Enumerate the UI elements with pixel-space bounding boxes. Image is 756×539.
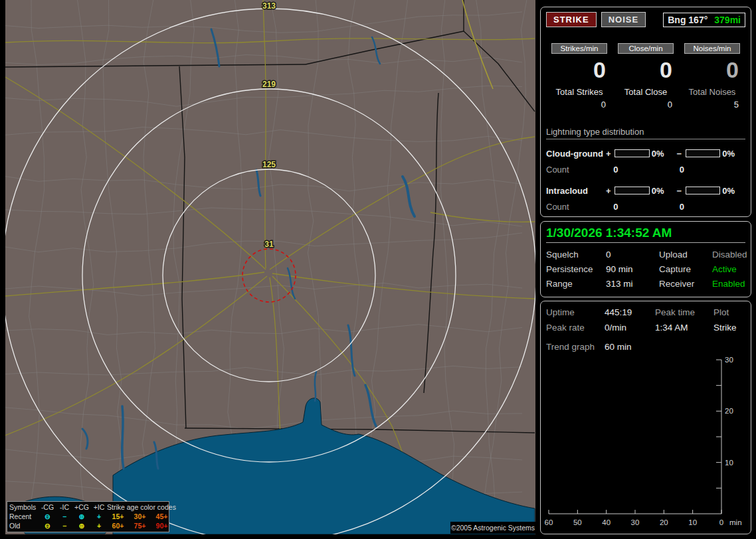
app-window: 313 219 125 31 Symbols-CG-IC+CG+ICStrike… bbox=[0, 0, 756, 539]
bearing-label: Bng 167° bbox=[668, 15, 708, 25]
svg-text:50: 50 bbox=[573, 518, 582, 526]
age-15: 15+ bbox=[107, 512, 129, 521]
noises-column: Noises/min 0 Total Noises 5 bbox=[679, 43, 745, 110]
range-label: Range bbox=[546, 279, 606, 289]
intracloud-minus-pct: 0% bbox=[722, 186, 745, 196]
persistence-label: Persistence bbox=[546, 264, 606, 274]
receiver-status: Enabled bbox=[712, 279, 747, 289]
legend-col-pos-ic: +IC bbox=[91, 502, 107, 512]
intracloud-row: Intracloud + 0% − 0% bbox=[546, 185, 745, 196]
cloud-ground-label: Cloud-ground bbox=[546, 149, 604, 159]
total-close-label: Total Close bbox=[613, 87, 679, 97]
panel-status: 1/30/2026 1:34:52 AM Squelch 0 Upload Di… bbox=[540, 221, 751, 297]
map-area[interactable]: 313 219 125 31 Symbols-CG-IC+CG+ICStrike… bbox=[5, 0, 535, 534]
bearing-display: Bng 167° 379mi bbox=[663, 13, 745, 27]
range-value: 313 mi bbox=[606, 279, 659, 289]
intracloud-count-row: Count 0 0 bbox=[546, 202, 745, 212]
legend-recent-label: Recent bbox=[9, 512, 39, 521]
cloud-ground-minus-bar bbox=[686, 149, 720, 157]
legend-header: Symbols-CG-IC+CG+ICStrike age color code… bbox=[9, 502, 169, 512]
svg-text:40: 40 bbox=[602, 518, 611, 526]
intracloud-plus-count: 0 bbox=[613, 202, 679, 212]
legend-col-neg-ic: -IC bbox=[56, 502, 72, 512]
pos-cg-recent-icon: ⊕ bbox=[72, 512, 91, 521]
neg-ic-recent-icon: − bbox=[56, 512, 72, 521]
plot-value: Strike bbox=[713, 323, 745, 333]
count-label: Count bbox=[546, 202, 613, 212]
cloud-ground-plus-pct: 0% bbox=[652, 149, 675, 159]
ring-label-31: 31 bbox=[264, 240, 274, 249]
cloud-ground-plus-bar bbox=[614, 149, 649, 157]
receiver-label: Receiver bbox=[659, 279, 712, 289]
svg-text:min: min bbox=[729, 518, 742, 526]
copyright-bar: ©2005 Astrogenic Systems bbox=[450, 522, 535, 534]
intracloud-minus-count: 0 bbox=[680, 202, 745, 212]
panel-trend: Uptime 445:19 Peak time Plot Peak rate 0… bbox=[540, 301, 751, 534]
minus-sign: − bbox=[674, 186, 684, 196]
capture-status: Active bbox=[712, 264, 747, 274]
total-strikes-label: Total Strikes bbox=[546, 87, 613, 97]
intracloud-plus-pct: 0% bbox=[652, 186, 675, 196]
neg-ic-old-icon: − bbox=[56, 521, 72, 530]
total-close-value: 0 bbox=[613, 100, 679, 110]
pos-cg-old-icon: ⊕ bbox=[72, 521, 91, 530]
intracloud-label: Intracloud bbox=[546, 186, 604, 196]
svg-text:0: 0 bbox=[719, 518, 723, 526]
pos-ic-old-icon: + bbox=[91, 521, 107, 530]
noise-button[interactable]: NOISE bbox=[601, 12, 646, 27]
peak-time-label: Peak time bbox=[655, 307, 713, 317]
pos-ic-recent-icon: + bbox=[91, 512, 107, 521]
close-per-min-label: Close/min bbox=[618, 43, 674, 54]
trend-graph-value: 60 min bbox=[605, 342, 745, 352]
legend-old-label: Old bbox=[9, 521, 39, 530]
svg-text:30: 30 bbox=[725, 356, 733, 364]
plus-sign: + bbox=[604, 186, 613, 196]
age-30: 30+ bbox=[129, 512, 151, 521]
svg-text:60: 60 bbox=[545, 518, 553, 526]
neg-cg-recent-icon: ⊖ bbox=[39, 512, 56, 521]
squelch-label: Squelch bbox=[546, 250, 606, 260]
strike-legend: Symbols-CG-IC+CG+ICStrike age color code… bbox=[7, 501, 169, 532]
intracloud-plus-bar bbox=[614, 187, 649, 194]
legend-symbols-title: Symbols bbox=[9, 502, 39, 512]
intracloud-minus-bar bbox=[686, 187, 720, 194]
uptime-label: Uptime bbox=[546, 307, 605, 317]
strikes-per-min-value: 0 bbox=[546, 56, 613, 83]
datetime-display: 1/30/2026 1:34:52 AM bbox=[546, 226, 745, 240]
upload-status: Disabled bbox=[712, 250, 747, 260]
strike-button[interactable]: STRIKE bbox=[546, 12, 597, 27]
close-per-min-value: 0 bbox=[613, 56, 679, 83]
svg-text:10: 10 bbox=[688, 518, 697, 526]
persistence-value: 90 min bbox=[606, 264, 659, 274]
total-strikes-value: 0 bbox=[546, 100, 613, 110]
strikes-per-min-label: Strikes/min bbox=[551, 43, 607, 54]
ring-label-219: 219 bbox=[262, 80, 276, 89]
noises-per-min-value: 0 bbox=[679, 56, 745, 83]
total-noises-label: Total Noises bbox=[679, 87, 745, 97]
ring-label-313: 313 bbox=[262, 1, 276, 11]
bearing-distance: 379mi bbox=[714, 15, 741, 25]
plot-label: Plot bbox=[713, 307, 745, 317]
close-column: Close/min 0 Total Close 0 bbox=[613, 43, 679, 110]
minus-sign: − bbox=[674, 149, 684, 159]
peak-rate-label: Peak rate bbox=[546, 323, 605, 333]
peak-rate-value: 0/min bbox=[605, 323, 655, 333]
legend-age-title: Strike age color codes bbox=[107, 502, 173, 512]
legend-col-pos-cg: +CG bbox=[72, 502, 91, 512]
legend-row-old: Old⊖−⊕+60+75+90+ bbox=[9, 521, 169, 530]
lightning-map: 313 219 125 31 bbox=[5, 0, 535, 534]
svg-text:20: 20 bbox=[660, 518, 668, 526]
trend-graph-label: Trend graph bbox=[546, 342, 605, 352]
count-label: Count bbox=[546, 165, 613, 175]
cloud-ground-plus-count: 0 bbox=[613, 165, 679, 175]
cloud-ground-minus-pct: 0% bbox=[722, 149, 745, 159]
peak-time-value: 1:34 AM bbox=[655, 323, 713, 333]
uptime-value: 445:19 bbox=[605, 307, 655, 317]
svg-text:30: 30 bbox=[631, 518, 640, 526]
cloud-ground-minus-count: 0 bbox=[680, 165, 745, 175]
total-noises-value: 5 bbox=[679, 100, 745, 110]
ring-label-125: 125 bbox=[262, 160, 276, 169]
age-45: 45+ bbox=[151, 512, 173, 521]
cloud-ground-count-row: Count 0 0 bbox=[546, 165, 745, 175]
age-90: 90+ bbox=[151, 521, 173, 530]
